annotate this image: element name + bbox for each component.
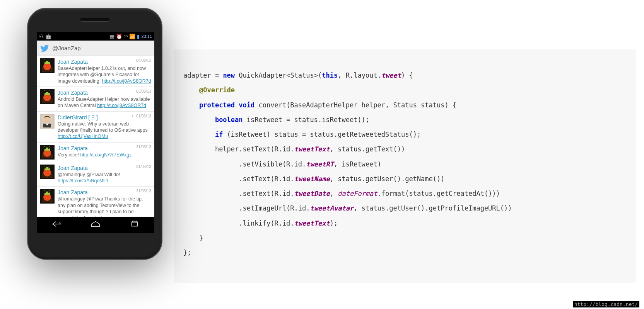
svg-line-11: [50, 90, 50, 91]
app-header: @JoanZap: [37, 41, 154, 56]
nav-recent-button[interactable]: [129, 220, 140, 229]
avatar[interactable]: [40, 114, 55, 129]
tweet-body: Joan Zapata@romainguy @Piwai Thanks for …: [58, 189, 151, 221]
svg-point-23: [45, 167, 46, 168]
avatar[interactable]: [40, 145, 55, 160]
svg-line-5: [50, 59, 50, 60]
svg-point-3: [48, 61, 49, 62]
svg-point-17: [45, 148, 46, 148]
tweet-item[interactable]: Joan Zapata@romainguy @Piwai Will do! ht…: [37, 162, 154, 187]
svg-line-10: [44, 90, 45, 91]
avatar[interactable]: [40, 165, 55, 179]
svg-point-2: [45, 61, 46, 62]
phone-screen: ⚇ 🤖 ▦ ⏰ 3G 📶 ▮ 20:11 @JoanZap: [37, 32, 154, 233]
tweet-link[interactable]: http://t.co/j8AvS8OR7d: [97, 103, 146, 108]
tweet-item[interactable]: Joan ZapataBaseAdapterHelper 1.0.2 is ou…: [37, 56, 154, 87]
tweet-text: Very nice!: [58, 152, 80, 158]
battery-icon: ▮: [137, 34, 140, 39]
phone-mockup: ⚇ 🤖 ▦ ⏰ 3G 📶 ▮ 20:11 @JoanZap: [27, 8, 162, 260]
svg-line-4: [44, 59, 45, 60]
svg-rect-33: [132, 222, 138, 226]
android-icon: 🤖: [45, 34, 51, 39]
svg-line-26: [50, 166, 50, 166]
phone-speaker: [80, 18, 109, 21]
tweet-date: 31/05/13: [136, 165, 151, 169]
signal-icon: 📶: [129, 34, 135, 39]
username-handle: @JoanZap: [52, 45, 81, 51]
clock-time: 20:11: [141, 34, 152, 39]
tweet-item[interactable]: DidierGirard [ Ξ ]Going native: Why a ve…: [37, 112, 154, 143]
svg-point-29: [45, 192, 46, 193]
svg-point-30: [48, 192, 49, 193]
nav-back-button[interactable]: [51, 220, 62, 229]
tweet-text: Going native: Why a veteran web develope…: [58, 121, 148, 133]
tweet-link[interactable]: http://t.co/j8AvS8OR7d: [102, 78, 151, 84]
watermark: http://blog.csdn.net/: [573, 301, 639, 307]
nav-bar: [37, 217, 154, 233]
tweet-item[interactable]: Joan ZapataAndroid BaseAdapter Helper no…: [37, 87, 154, 112]
network-icon: 3G: [124, 35, 128, 38]
svg-point-8: [45, 92, 46, 93]
svg-line-19: [44, 146, 45, 147]
alarm-icon: ⏰: [116, 34, 122, 39]
svg-point-9: [48, 92, 49, 93]
tweet-list[interactable]: Joan ZapataBaseAdapterHelper 1.0.2 is ou…: [37, 56, 154, 224]
tweet-link[interactable]: https://t.co/CrAiNqcMlD: [58, 178, 108, 183]
avatar[interactable]: [40, 58, 55, 73]
avatar[interactable]: [40, 189, 55, 204]
tweet-date: 31/05/13: [136, 145, 151, 149]
tweet-date: 31/05/13: [136, 189, 151, 193]
vibrate-icon: ▦: [110, 34, 114, 39]
retweet-icon: ↻: [132, 114, 135, 118]
tweet-text: @romainguy @Piwai Will do!: [58, 172, 120, 177]
nav-home-button[interactable]: [90, 220, 101, 229]
tweet-date: ↻01/06/13: [132, 114, 151, 118]
svg-line-31: [44, 190, 45, 191]
voicemail-icon: ⚇: [39, 34, 44, 39]
svg-point-13: [44, 117, 50, 123]
tweet-date: 03/06/13: [136, 89, 151, 93]
svg-point-18: [48, 148, 49, 148]
svg-line-32: [50, 190, 50, 191]
code-snippet: adapter = new QuickAdapter<Status>(this,…: [174, 49, 636, 283]
tweet-item[interactable]: Joan ZapataVery nice! http://t.co/gNAY7E…: [37, 143, 154, 162]
tweet-date: 04/06/13: [136, 58, 151, 63]
avatar[interactable]: [40, 89, 55, 104]
status-bar: ⚇ 🤖 ▦ ⏰ 3G 📶 ▮ 20:11: [37, 32, 154, 41]
svg-line-25: [44, 166, 45, 166]
tweet-link[interactable]: http://t.co/UjVaxHnOMu: [58, 134, 108, 139]
svg-line-20: [50, 146, 50, 147]
svg-point-24: [48, 167, 49, 168]
twitter-icon: [40, 44, 49, 53]
tweet-link[interactable]: http://t.co/gNAY7EWxgz: [80, 152, 132, 158]
